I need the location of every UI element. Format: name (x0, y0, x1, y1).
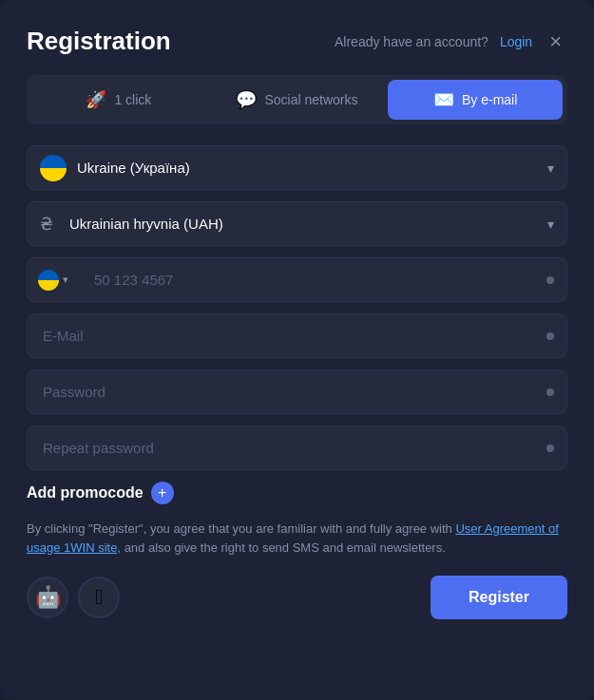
phone-group: ▾ (27, 257, 567, 302)
modal-header: Registration Already have an account? Lo… (27, 27, 567, 56)
currency-select[interactable]: Ukrainian hryvnia (UAH) (27, 201, 567, 246)
currency-group: ₴ Ukrainian hryvnia (UAH) ▾ (27, 201, 567, 246)
header-right: Already have an account? Login × (335, 29, 567, 54)
android-store-button[interactable]: 🤖 (27, 577, 68, 618)
register-button[interactable]: Register (431, 576, 567, 619)
terms-text-before: By clicking "Register", you agree that y… (27, 521, 452, 536)
close-button[interactable]: × (544, 29, 567, 54)
repeat-password-wrapper (27, 426, 567, 470)
chat-icon: 💬 (236, 89, 257, 110)
terms-text-after: and also give the right to send SMS and … (125, 540, 446, 555)
country-select[interactable]: Ukraine (Україна) (27, 145, 567, 190)
tab-social-label: Social networks (264, 92, 357, 107)
currency-wrapper: ₴ Ukrainian hryvnia (UAH) ▾ (27, 201, 567, 246)
tab-one-click[interactable]: 🚀 1 click (31, 80, 206, 120)
repeat-password-group (27, 426, 567, 470)
registration-modal: Registration Already have an account? Lo… (0, 0, 594, 700)
tab-one-click-label: 1 click (114, 92, 151, 107)
login-link[interactable]: Login (500, 34, 532, 49)
country-wrapper: Ukraine (Україна) ▾ (27, 145, 567, 190)
tab-bar: 🚀 1 click 💬 Social networks ✉️ By e-mail (27, 75, 567, 124)
repeat-password-input[interactable] (27, 426, 567, 470)
add-promocode-label: Add promocode (27, 484, 144, 501)
rocket-icon: 🚀 (86, 89, 106, 110)
tab-by-email[interactable]: ✉️ By e-mail (388, 80, 563, 120)
tab-social-networks[interactable]: 💬 Social networks (210, 80, 385, 120)
password-input[interactable] (27, 369, 567, 414)
terms-text: By clicking "Register", you agree that y… (27, 520, 567, 557)
country-group: Ukraine (Україна) ▾ (27, 145, 567, 190)
modal-footer: 🤖  Register (27, 576, 567, 619)
email-input[interactable] (27, 313, 567, 358)
email-wrapper (27, 313, 567, 358)
tab-email-label: By e-mail (462, 92, 517, 107)
page-title: Registration (27, 27, 171, 56)
apple-store-button[interactable]:  (78, 577, 120, 618)
password-group (27, 369, 567, 414)
add-promocode-button[interactable]: + (151, 482, 174, 504)
android-icon: 🤖 (35, 585, 61, 610)
add-promocode-row[interactable]: Add promocode + (27, 482, 567, 504)
already-account-text: Already have an account? (335, 34, 489, 49)
email-group (27, 313, 567, 358)
store-buttons: 🤖  (27, 577, 120, 618)
phone-input[interactable] (27, 257, 567, 302)
phone-wrapper: ▾ (27, 257, 567, 302)
password-wrapper (27, 369, 567, 414)
email-icon: ✉️ (433, 89, 454, 110)
apple-icon:  (95, 585, 103, 610)
